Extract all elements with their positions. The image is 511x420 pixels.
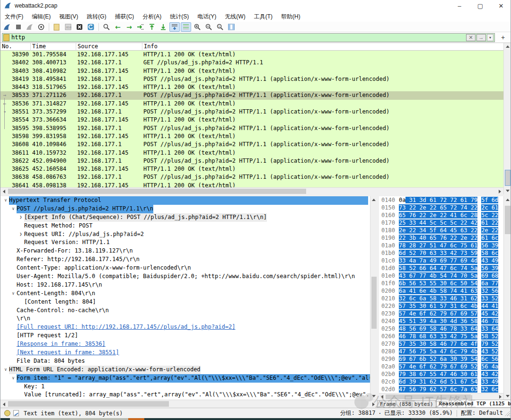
hex-dump-pane[interactable]: 01400a 31 3d 61 72 72 61 795f 6d015073 2… [379,196,503,393]
hex-row-01d0[interactable]: 01d058 52 66 64 47 6c 74 5a56 39 [379,264,503,272]
close-file-icon[interactable] [74,22,85,32]
detail-row-10[interactable]: Host: 192.168.177.145\r\n [0,281,370,289]
hex-row-0150[interactable]: 015073 22 2e 22 65 72 74 222c 61 [379,204,503,211]
hex-row-0270[interactable]: 027057 35 30 58 46 77 6e 4f79 52 [379,340,503,348]
menu-item-0[interactable]: 文件(F) [0,11,27,22]
packet-row-38390[interactable]: 38390301.795584192.168.177.145HTTP/1.1 2… [0,51,503,59]
display-filter-input[interactable]: http ✕ → ▾ [2,33,495,42]
detail-row-8[interactable]: Content-Type: application/x-www-form-url… [0,264,370,272]
menu-item-3[interactable]: 跳转(G) [82,11,110,22]
menu-item-9[interactable]: 工具(T) [250,11,277,22]
capture-comment-icon[interactable] [13,410,19,416]
status-profile[interactable]: 配置: Default [461,409,503,417]
column-time[interactable]: Time [31,43,76,51]
menu-item-2[interactable]: 视图(V) [55,11,82,22]
hex-row-02d0[interactable]: 02d047 56 79 62 57 6c 7a 6332 6c [379,385,503,393]
restart-capture-icon[interactable] [25,22,35,32]
resize-grip[interactable] [504,411,510,416]
detail-row-20[interactable]: ∨HTML Form URL Encoded: application/x-ww… [0,366,370,374]
hex-row-01c0[interactable]: 01c033 4a 7a 49 69 77 69 4d43 49 [379,257,503,264]
filter-add-button[interactable]: + [498,33,508,42]
capture-options-icon[interactable] [36,22,46,32]
details-vscrollbar[interactable] [370,196,377,400]
hex-row-02c0[interactable]: 02c06d 39 31 62 6d 51 67 5433 49 [379,378,503,385]
open-file-icon[interactable] [52,22,62,32]
go-last-icon[interactable] [158,22,168,32]
detail-row-7[interactable]: Referer: http://192.168.177.145/\r\n [0,255,370,264]
packet-list[interactable]: 38390301.795584192.168.177.145HTTP/1.1 2… [0,51,503,187]
packet-row-38419[interactable]: 38419318.495841192.168.177.1POST //plus/… [0,75,503,83]
packet-row-38622[interactable]: 38622452.094900192.168.177.1POST //plus/… [0,157,503,165]
packet-row-38611[interactable]: 38611410.159732192.168.177.145HTTP/1.1 2… [0,149,503,157]
menu-item-4[interactable]: 捕获(C) [111,11,139,22]
detail-row-12[interactable]: [Content length: 804] [0,298,370,306]
hex-row-0290[interactable]: 029069 67 6b 52 6a 30 39 546c 56 [379,355,503,363]
packet-row-38625[interactable]: 38625452.160584192.168.177.145HTTP/1.1 2… [0,165,503,173]
hex-row-0170[interactable]: 017025 33 44 5c 5c 5c 22 4261 22 [379,219,503,227]
filter-apply-icon[interactable]: → [476,34,486,41]
expand-chevron-icon[interactable]: ∨ [10,205,17,213]
hex-row-0260[interactable]: 026046 78 68 63 33 42 75 5a58 52 [379,332,503,340]
menu-item-1[interactable]: 编辑(E) [27,11,55,22]
expand-chevron-icon[interactable]: ∨ [10,289,17,298]
hex-row-01b0[interactable]: 01b06d 52 70 63 33 42 73 5958 6c [379,249,503,257]
close-button[interactable]: ✕ [491,0,511,11]
hex-row-0250[interactable]: 025048 56 69 58 46 78 33 6433 64 [379,325,503,332]
detail-row-2[interactable]: ❯[Expert Info (Chat/Sequence): POST //pl… [0,213,370,222]
packet-row-38402[interactable]: 38402308.400713192.168.177.1GET //plus/a… [0,59,503,67]
filter-bookmark-icon[interactable] [3,34,9,41]
hex-row-02b0[interactable]: 02b079 38 67 55 47 46 30 6143 42 [379,370,503,378]
hex-row-0160[interactable]: 016065 76 22 2e 22 41 6c 285c 22 [379,211,503,219]
hex-row-0200[interactable]: 02006a 41 6e 4b 58 74 41 6332 56 [379,287,503,295]
detail-row-5[interactable]: Request Version: HTTP/1.1 [0,238,370,247]
expert-info-icon[interactable] [4,410,10,416]
expand-chevron-icon[interactable]: ❯ [18,230,24,239]
hex-tab-1[interactable]: Reassembled TCP (1125 bytes) [436,400,511,408]
packet-row-38533[interactable]: →38533371.271126192.168.177.1POST //plus… [0,91,503,99]
menu-item-10[interactable]: 帮助(H) [277,11,305,22]
expand-chevron-icon[interactable]: ∨ [2,366,9,374]
filter-value[interactable]: http [11,34,466,41]
menu-item-5[interactable]: 分析(A) [138,11,166,22]
hex-row-0190[interactable]: 019022 3b 40 65 76 22 2e 2261 6c [379,234,503,242]
resize-columns-icon[interactable] [226,22,237,32]
zoom-out-icon[interactable] [203,22,214,32]
go-forward-icon[interactable]: → [124,22,134,32]
detail-row-0[interactable]: ∨Hypertext Transfer Protocol [0,196,370,205]
start-capture-icon[interactable] [2,22,12,32]
colorize-icon[interactable] [181,22,191,32]
expand-chevron-icon[interactable]: ∨ [2,196,9,205]
menu-item-7[interactable]: 电话(Y) [193,11,220,22]
detail-row-23[interactable]: Value [truncated]: array_map("ass"."ert"… [0,391,370,399]
detail-row-14[interactable]: \r\n [0,315,370,323]
hex-vscrollbar[interactable] [503,196,511,400]
packet-list-vscrollbar[interactable] [503,43,511,194]
packet-row-38403[interactable]: 38403308.410982192.168.177.145HTTP/1.1 2… [0,67,503,75]
column-info[interactable]: Info [142,43,503,51]
detail-row-17[interactable]: [Response in frame: 38536] [0,340,370,349]
auto-scroll-icon[interactable] [169,22,180,32]
packet-row-38554[interactable]: 38554373.366634192.168.177.145HTTP/1.1 2… [0,116,503,124]
packet-row-38443[interactable]: 38443318.517965192.168.177.145HTTP/1.1 2… [0,83,503,91]
packet-details-pane[interactable]: ∨Hypertext Transfer Protocol∨POST //plus… [0,196,370,400]
hex-row-0210[interactable]: 021032 6c 6a 58 33 46 31 6233 52 [379,295,503,302]
hex-row-01e0[interactable]: 01e043 67 77 4b 54 74 70 5a69 68 [379,272,503,280]
packet-row-38608[interactable]: 38608410.109846192.168.177.1POST //plus/… [0,140,503,149]
packet-row-38551[interactable]: •38551373.357299192.168.177.1POST //plus… [0,108,503,116]
filter-clear-icon[interactable]: ✕ [466,34,476,41]
expand-chevron-icon[interactable]: ∨ [10,374,17,383]
hex-row-0220[interactable]: 022057 35 30 61 57 31 6c 4b44 41 [379,302,503,310]
column-no[interactable]: No. [0,43,31,51]
detail-row-13[interactable]: Cache-Control: no-cache\r\n [0,306,370,315]
filter-dropdown-icon[interactable]: ▾ [487,34,493,41]
packet-row-38536[interactable]: ←38536371.314827192.168.177.145HTTP/1.1 … [0,100,503,108]
packet-list-hscrollbar[interactable] [0,187,503,194]
hex-row-0240[interactable]: 024045 51 39 4a 30 4d 36 5846 78 [379,317,503,325]
hex-row-01a0[interactable]: 01a078 28 27 51 47 6c 75 6156 39 [379,242,503,249]
detail-row-22[interactable]: Key: 1 [0,383,370,391]
hex-row-0230[interactable]: 023057 4e 6f 62 79 67 69 5745 42 [379,310,503,317]
detail-row-6[interactable]: X-Forwarded-For: 13.18.119.127\r\n [0,247,370,255]
zoom-reset-icon[interactable]: 1 [215,22,225,32]
detail-row-11[interactable]: ∨Content-Length: 804\r\n [0,289,370,298]
detail-row-15[interactable]: [Full request URI: http://192.168.177.14… [0,323,370,332]
